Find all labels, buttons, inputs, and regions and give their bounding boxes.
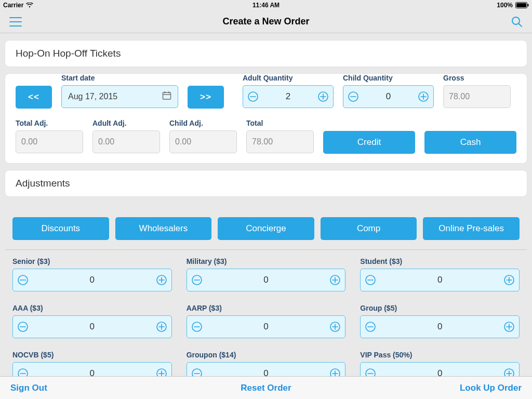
minus-icon[interactable] [365,368,376,376]
plus-icon[interactable] [503,368,515,376]
prev-date-button[interactable]: << [16,86,52,109]
start-date-input[interactable]: Aug 17, 2015 [61,85,178,108]
adjustments-title: Adjustments [5,170,527,196]
adjustment-grid: Senior ($3)0Military ($3)0Student ($3)0A… [12,257,520,376]
credit-button[interactable]: Credit [323,131,415,154]
plus-icon[interactable] [156,368,167,376]
start-date-value: Aug 17, 2015 [68,92,117,101]
minus-icon[interactable] [191,274,203,286]
gross-value: 78.00 [443,85,511,108]
next-date-button[interactable]: >> [188,86,224,109]
svg-rect-1 [516,3,526,7]
child-qty-stepper[interactable]: 0 [343,85,434,108]
plus-icon[interactable] [317,91,329,102]
adjustment-label: AAA ($3) [12,304,172,312]
adjustment-stepper[interactable]: 0 [360,362,520,376]
adjustment-stepper[interactable]: 0 [187,315,346,338]
adjustment-item: Senior ($3)0 [12,257,172,291]
svg-line-7 [519,23,522,26]
tickets-card-title: Hop-On Hop-Off Tickets [5,41,527,66]
minus-icon[interactable] [365,321,376,332]
minus-icon[interactable] [17,368,29,376]
adjustment-stepper[interactable]: 0 [12,315,172,338]
adjustment-label: Groupon ($14) [187,351,346,359]
tickets-card-body: << Start date Aug 17, 2015 >> [5,74,527,163]
adjustment-label: NOCVB ($5) [12,351,172,359]
total-value: 78.00 [246,130,314,153]
plus-icon[interactable] [418,91,429,102]
adjustment-stepper[interactable]: 0 [187,269,346,291]
minus-icon[interactable] [191,321,203,332]
adjustment-stepper[interactable]: 0 [12,362,172,376]
wifi-icon [26,3,33,8]
status-bar: Carrier 11:46 AM 100% [0,0,532,10]
plus-icon[interactable] [156,274,167,286]
adjustment-value: 0 [90,368,95,376]
adjustment-item: AARP ($3)0 [187,304,346,338]
minus-icon[interactable] [365,274,376,286]
minus-icon[interactable] [17,321,29,332]
plus-icon[interactable] [503,321,515,332]
adjustment-item: Student ($3)0 [360,257,520,291]
total-adj-label: Total Adj. [16,119,83,127]
status-time: 11:46 AM [252,2,280,9]
adjustment-label: VIP Pass (50%) [360,351,520,359]
adult-adj-label: Adult Adj. [92,119,160,127]
minus-icon[interactable] [348,91,359,102]
adjustment-stepper[interactable]: 0 [12,269,172,291]
search-button[interactable] [502,16,523,28]
svg-rect-8 [163,92,171,99]
adjustment-label: Group ($5) [360,304,520,312]
adjustments-section: DiscountsWholesalersConciergeCompOnline … [5,204,527,376]
adjustment-stepper[interactable]: 0 [360,269,520,291]
carrier-label: Carrier [3,2,23,9]
minus-icon[interactable] [191,368,203,376]
plus-icon[interactable] [329,368,341,376]
adjustment-value: 0 [437,275,442,285]
adjustment-value: 0 [437,368,442,376]
tab-online-pre-sales[interactable]: Online Pre-sales [423,217,520,240]
tab-concierge[interactable]: Concierge [218,217,314,240]
plus-icon[interactable] [503,274,515,286]
adjustment-stepper[interactable]: 0 [360,315,520,338]
cash-button[interactable]: Cash [424,131,516,154]
tab-discounts[interactable]: Discounts [12,217,109,240]
plus-icon[interactable] [156,321,167,332]
adult-qty-label: Adult Quantity [243,74,334,82]
adult-qty-stepper[interactable]: 2 [243,85,334,108]
adjustment-stepper[interactable]: 0 [187,362,346,376]
adjustment-tabs: DiscountsWholesalersConciergeCompOnline … [5,204,527,249]
child-adj-value: 0.00 [169,130,237,153]
bottom-toolbar: Sign Out Reset Order Look Up Order [0,376,532,399]
start-date-label: Start date [61,74,178,82]
adjustment-value: 0 [90,322,95,332]
adjustment-value: 0 [263,322,268,332]
plus-icon[interactable] [329,321,341,332]
svg-point-57 [192,369,202,376]
sign-out-button[interactable]: Sign Out [10,383,47,393]
total-adj-value: 0.00 [16,130,83,153]
reset-order-button[interactable]: Reset Order [241,383,291,393]
lookup-order-button[interactable]: Look Up Order [460,383,522,393]
page-title: Create a New Order [222,16,309,27]
calendar-icon [162,91,171,102]
adjustment-item: VIP Pass (50%)0 [360,351,520,376]
plus-icon[interactable] [329,274,341,286]
adjustment-label: Military ($3) [187,257,346,265]
menu-button[interactable] [9,17,30,26]
adjustment-label: Senior ($3) [12,257,172,265]
adjustment-label: AARP ($3) [187,304,346,312]
tab-wholesalers[interactable]: Wholesalers [115,217,212,240]
adjustment-value: 0 [263,368,268,376]
adjustment-value: 0 [90,275,95,285]
adjustment-label: Student ($3) [360,257,520,265]
adjustment-item: NOCVB ($5)0 [12,351,172,376]
svg-rect-2 [528,4,529,7]
adjustment-item: Groupon ($14)0 [187,351,346,376]
svg-point-52 [18,369,28,376]
minus-icon[interactable] [17,274,29,286]
adjustment-item: Group ($5)0 [360,304,520,338]
minus-icon[interactable] [247,91,259,102]
total-label: Total [246,119,314,127]
tab-comp[interactable]: Comp [321,217,417,240]
